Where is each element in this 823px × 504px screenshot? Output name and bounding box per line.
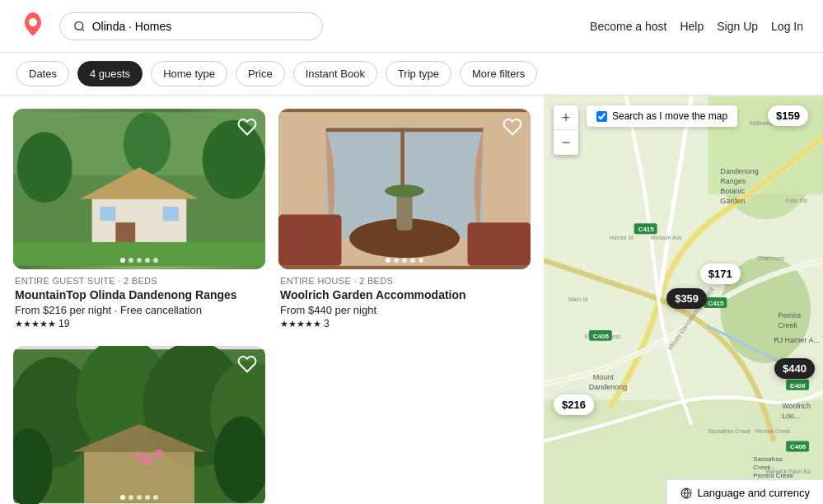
dot (386, 258, 390, 263)
wishlist-btn-1[interactable] (237, 117, 257, 139)
dot (137, 258, 142, 263)
login-link[interactable]: Log In (771, 20, 803, 33)
svg-text:Perrins Creek: Perrins Creek (753, 472, 793, 479)
map-search-label: Search as I move the map (612, 110, 727, 122)
listing-photo-3 (13, 346, 265, 504)
svg-text:C415: C415 (708, 300, 724, 307)
filter-trip-type[interactable]: Trip type (386, 61, 451, 86)
dot (145, 258, 150, 263)
listing-rating-2: ★★★★★ 3 (280, 318, 529, 329)
svg-text:Monash Ave: Monash Ave (651, 235, 682, 240)
map-footer[interactable]: Language and currency (666, 479, 823, 504)
price-pin-359[interactable]: $359 (666, 288, 707, 309)
price-pin-171[interactable]: $171 (700, 264, 741, 284)
map-search-checkbox[interactable] (596, 111, 607, 122)
svg-text:Perrins: Perrins (778, 311, 802, 320)
svg-text:Harold St: Harold St (610, 235, 634, 240)
dot (129, 495, 133, 500)
listing-card-1[interactable]: Entire guest suite · 2 beds MountainTop … (13, 109, 265, 333)
svg-text:Garden: Garden (720, 197, 745, 205)
svg-text:Charlmont: Charlmont (757, 255, 783, 261)
dot (129, 258, 133, 263)
svg-point-33 (141, 454, 153, 466)
listing-image-2 (278, 109, 531, 269)
listing-rating-1: ★★★★★ 19 (15, 318, 264, 329)
become-host-link[interactable]: Become a host (590, 20, 666, 33)
svg-text:C406: C406 (790, 443, 807, 450)
svg-rect-22 (468, 222, 531, 266)
image-dots-1 (120, 258, 158, 263)
zoom-in-button[interactable]: + (554, 105, 578, 130)
help-link[interactable]: Help (680, 20, 704, 33)
svg-text:C415: C415 (638, 226, 655, 233)
listing-name-2: Woolrich Garden Accommodation (280, 287, 529, 302)
svg-text:Mount: Mount (593, 373, 614, 381)
dot (402, 258, 407, 263)
globe-icon (680, 488, 692, 499)
review-count-2: 3 (324, 318, 330, 329)
airbnb-logo[interactable] (20, 12, 46, 41)
heart-icon-1 (237, 117, 257, 137)
listings-grid: Entire guest suite · 2 beds MountainTop … (13, 109, 531, 504)
header-nav: Become a host Help Sign Up Log In (590, 20, 803, 33)
listing-price-2: From $440 per night (280, 304, 529, 316)
wishlist-btn-3[interactable] (237, 354, 257, 376)
map-zoom-controls: + − (554, 105, 578, 155)
listing-type-1: Entire guest suite · 2 beds (15, 276, 264, 286)
price-pin-159[interactable]: $159 (768, 105, 808, 126)
svg-text:Creek -: Creek - (753, 464, 774, 471)
filter-guests[interactable]: 4 guests (77, 61, 143, 86)
svg-point-4 (17, 132, 72, 203)
language-currency-label: Language and currency (697, 487, 810, 499)
svg-rect-10 (100, 207, 115, 221)
filter-dates[interactable]: Dates (16, 61, 69, 86)
search-bar[interactable] (59, 12, 323, 40)
map-search-checkbox-container[interactable]: Search as I move the map (587, 105, 737, 127)
dot (120, 258, 125, 263)
search-input[interactable] (92, 20, 309, 33)
map-background: Williams Rd Falls Rd Charlmont Monash Av… (544, 96, 823, 504)
dot (145, 495, 150, 500)
map-panel: Williams Rd Falls Rd Charlmont Monash Av… (544, 96, 823, 504)
svg-text:Dandenong: Dandenong (720, 167, 758, 175)
search-icon (73, 20, 86, 33)
price-pin-216[interactable]: $216 (554, 394, 594, 415)
listing-card-2[interactable]: Entire house · 2 beds Woolrich Garden Ac… (278, 109, 531, 333)
signup-link[interactable]: Sign Up (717, 20, 758, 33)
filter-bar: Dates 4 guests Home type Price Instant B… (0, 53, 823, 96)
svg-text:C406: C406 (593, 333, 610, 340)
svg-text:E406: E406 (790, 382, 806, 390)
wishlist-btn-2[interactable] (503, 117, 522, 139)
image-dots-2 (386, 258, 423, 263)
dot (120, 495, 125, 500)
main-content: Entire guest suite · 2 beds MountainTop … (0, 96, 823, 504)
listing-card-3[interactable] (13, 346, 265, 504)
filter-instant-book[interactable]: Instant Book (293, 61, 377, 86)
filter-price[interactable]: Price (236, 61, 285, 86)
svg-text:Main St: Main St (568, 296, 588, 302)
listing-type-2: Entire house · 2 beds (280, 276, 529, 286)
listing-info-1: Entire guest suite · 2 beds MountainTop … (13, 269, 265, 333)
stars-1: ★★★★★ (15, 319, 56, 329)
svg-text:RJ Hamer A...: RJ Hamer A... (774, 336, 820, 344)
listing-image-1 (13, 109, 265, 269)
listings-panel: Entire guest suite · 2 beds MountainTop … (0, 96, 544, 504)
dot (394, 258, 399, 263)
listing-info-2: Entire house · 2 beds Woolrich Garden Ac… (278, 269, 531, 333)
zoom-out-button[interactable]: − (554, 130, 578, 155)
svg-line-1 (82, 28, 84, 30)
svg-point-6 (124, 112, 171, 175)
svg-text:Sassafras: Sassafras (753, 455, 782, 463)
image-dots-3 (120, 495, 158, 500)
filter-home-type[interactable]: Home type (151, 61, 227, 86)
heart-icon-3 (237, 354, 257, 374)
svg-point-0 (75, 21, 83, 30)
review-count-1: 19 (58, 318, 69, 329)
filter-more[interactable]: More filters (460, 61, 537, 86)
stars-2: ★★★★★ (280, 319, 321, 329)
heart-icon-2 (503, 117, 522, 137)
listing-image-3 (13, 346, 265, 504)
listing-photo-2 (278, 109, 531, 269)
price-pin-440[interactable]: $440 (774, 358, 815, 379)
dot (137, 495, 142, 500)
